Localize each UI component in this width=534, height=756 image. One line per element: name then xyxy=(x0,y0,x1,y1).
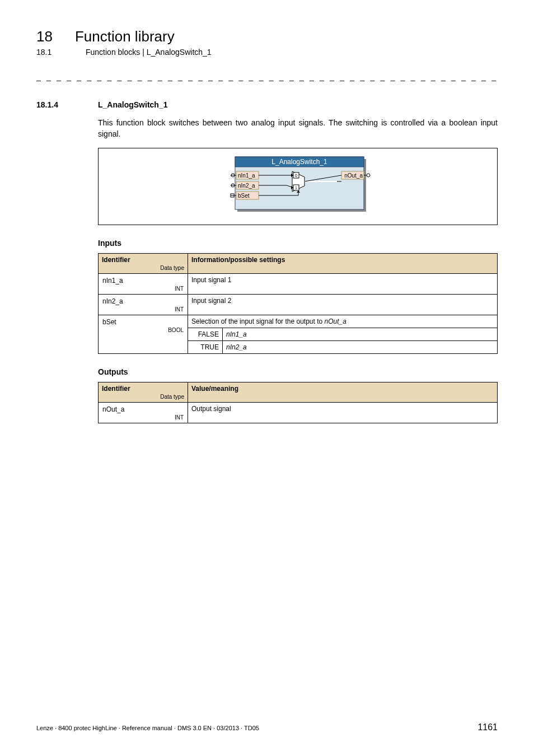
input-id: nIn1_a xyxy=(99,274,187,286)
section-description: This function block switches between two… xyxy=(98,117,498,140)
th-identifier-text: Identifier xyxy=(102,385,130,393)
diagram-mux1: 1 xyxy=(295,186,297,190)
table-row: bSet BOOL Selection of the input signal … xyxy=(99,315,498,328)
svg-point-26 xyxy=(367,174,370,177)
bset-true-value: nIn2_a xyxy=(223,340,498,353)
output-id: nOut_a xyxy=(99,403,187,414)
bset-info-text: Selection of the input signal for the ou… xyxy=(191,318,322,325)
inputs-heading: Inputs xyxy=(98,239,498,248)
input-id: bSet xyxy=(99,316,187,327)
outputs-col-info: Value/meaning xyxy=(188,382,498,402)
block-diagram: L_AnalogSwitch_1 nIn1_a nIn2_a bSet 0 xyxy=(98,148,498,225)
inputs-table: Identifier Data type Information/possibl… xyxy=(98,253,498,354)
input-info: Input signal 2 xyxy=(188,294,498,315)
th-datatype-text: Data type xyxy=(102,393,184,400)
output-info: Output signal xyxy=(188,402,498,423)
th-identifier-text: Identifier xyxy=(102,256,130,264)
bset-info-ital: nOut_a xyxy=(325,318,346,325)
input-id: nIn2_a xyxy=(99,295,187,306)
table-row: nIn1_a INT Input signal 1 xyxy=(99,273,498,294)
section-title: L_AnalogSwitch_1 xyxy=(98,100,167,109)
diagram-out-label: nOut_a xyxy=(344,172,363,179)
input-dtype: BOOL xyxy=(99,327,187,335)
page-number: 1161 xyxy=(477,722,498,732)
input-info: Selection of the input signal for the ou… xyxy=(188,315,498,328)
bset-false-value: nIn1_a xyxy=(223,328,498,340)
outputs-col-identifier: Identifier Data type xyxy=(99,382,188,402)
outputs-table: Identifier Data type Value/meaning nOut_… xyxy=(98,382,498,423)
diagram-in2-label: nIn2_a xyxy=(238,183,255,189)
footer-text: Lenze · 8400 protec HighLine · Reference… xyxy=(36,725,259,731)
inputs-col-info: Information/possible settings xyxy=(188,253,498,273)
bset-false-label: FALSE xyxy=(188,328,223,340)
diagram-in1-label: nIn1_a xyxy=(238,172,255,179)
input-dtype: INT xyxy=(99,306,187,314)
subsection-title: Function blocks | L_AnalogSwitch_1 xyxy=(86,48,212,57)
chapter-number: 18 xyxy=(36,28,53,45)
diagram-bset-label: bSet xyxy=(238,193,250,199)
outputs-heading: Outputs xyxy=(98,367,498,376)
chapter-title: Function library xyxy=(75,28,175,45)
diagram-title: L_AnalogSwitch_1 xyxy=(271,158,327,166)
output-dtype: INT xyxy=(99,414,187,422)
subsection-number: 18.1 xyxy=(36,48,63,57)
bset-true-label: TRUE xyxy=(188,340,223,353)
input-info: Input signal 1 xyxy=(188,273,498,294)
th-datatype-text: Data type xyxy=(102,264,184,271)
table-row: nOut_a INT Output signal xyxy=(99,402,498,423)
divider: _ _ _ _ _ _ _ _ _ _ _ _ _ _ _ _ _ _ _ _ … xyxy=(36,72,498,81)
inputs-col-identifier: Identifier Data type xyxy=(99,253,188,273)
input-dtype: INT xyxy=(99,286,187,293)
table-row: nIn2_a INT Input signal 2 xyxy=(99,294,498,315)
section-number: 18.1.4 xyxy=(36,100,76,109)
diagram-mux0: 0 xyxy=(295,174,297,178)
